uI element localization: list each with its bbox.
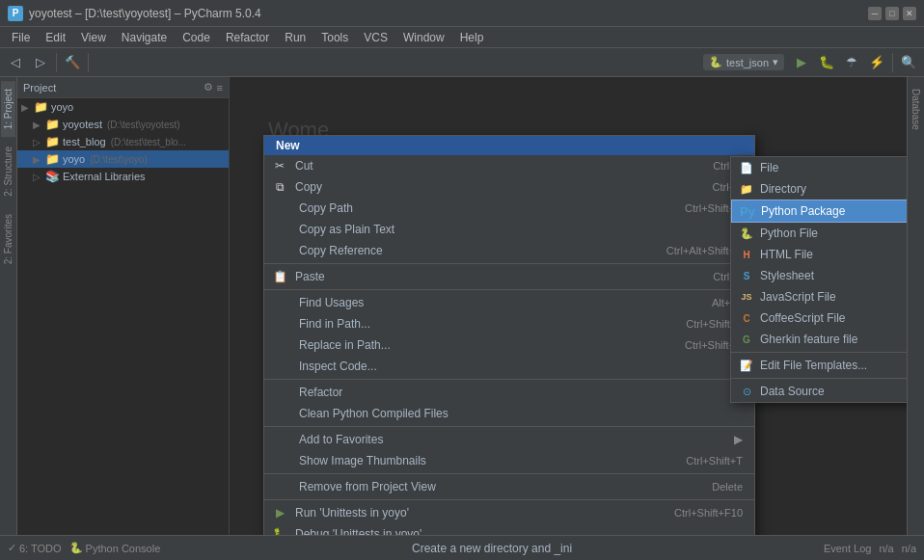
run-config-name: test_json — [726, 57, 769, 68]
debug-button[interactable]: 🐛 — [815, 51, 838, 74]
copy-icon: ⧉ — [272, 179, 287, 195]
menu-run[interactable]: Run — [277, 27, 313, 48]
ctx-clean[interactable]: Clean Python Compiled Files — [264, 403, 754, 424]
context-menu[interactable]: New ✂ Cut Ctrl+X ⧉ Copy Ctrl+C Copy Path… — [263, 135, 755, 535]
minimize-button[interactable]: ─ — [868, 7, 882, 20]
menu-vcs[interactable]: VCS — [356, 27, 395, 48]
ctx-show-thumb[interactable]: Show Image Thumbnails Ctrl+Shift+T — [264, 450, 754, 471]
ctx-add-fav[interactable]: Add to Favorites ▶ — [264, 429, 754, 450]
todo-panel[interactable]: ✓ 6: TODO — [8, 542, 62, 554]
toolbar-separator — [56, 53, 57, 72]
project-settings[interactable]: ⚙ — [204, 81, 213, 93]
new-submenu[interactable]: 📄 File 📁 Directory Py Python Package 🐍 P… — [730, 156, 907, 403]
new-directory[interactable]: 📁 Directory — [731, 178, 907, 200]
tree-item-yoyo[interactable]: ▶ 📁 yoyo — [17, 98, 229, 116]
ctx-label: Copy — [295, 180, 705, 194]
ctx-run-unit[interactable]: ▶ Run 'Unittests in yoyo' Ctrl+Shift+F10 — [264, 502, 754, 523]
coverage-button[interactable]: ☂ — [840, 51, 863, 74]
new-stylesheet[interactable]: S Stylesheet — [731, 265, 907, 286]
menu-tools[interactable]: Tools — [313, 27, 356, 48]
menu-view[interactable]: View — [73, 27, 114, 48]
ctx-find-usages[interactable]: Find Usages Alt+F7 — [264, 292, 754, 313]
build-button[interactable]: 🔨 — [61, 51, 84, 74]
toolbar-separator-2 — [88, 53, 89, 72]
python-console-panel[interactable]: 🐍 Python Console — [69, 542, 161, 554]
menu-file[interactable]: File — [4, 27, 38, 48]
edit-file-templates[interactable]: 📝 Edit File Templates... — [731, 355, 907, 376]
ctx-label: Clean Python Compiled Files — [299, 407, 743, 420]
maximize-button[interactable]: □ — [885, 7, 899, 20]
back-button[interactable]: ◁ — [4, 51, 27, 74]
na1-label: n/a — [879, 543, 893, 554]
ctx-copy-path[interactable]: Copy Path Ctrl+Shift+C — [264, 198, 754, 219]
ctx-cut[interactable]: ✂ Cut Ctrl+X — [264, 155, 754, 176]
new-python-package[interactable]: Py Python Package — [731, 200, 907, 223]
run-config-arrow: ▾ — [773, 56, 778, 68]
arrow-icon: ▷ — [33, 137, 42, 147]
menu-item-label: CoffeeScript File — [760, 311, 845, 325]
template-icon: 📝 — [739, 358, 754, 373]
sidebar-item-structure[interactable]: 2: Structure — [1, 139, 15, 204]
content-area: Wome Explorer New ✂ Cut Ctrl+X ⧉ Copy Ct… — [230, 77, 907, 535]
left-tabs: 1: Project 2: Structure 2: Favorites — [0, 77, 17, 535]
menu-item-label: Gherkin feature file — [760, 333, 857, 346]
tree-item-label: test_blog — [63, 136, 106, 147]
title-bar: P yoyotest – [D:\test\yoyotest] – PyChar… — [0, 0, 924, 27]
menu-code[interactable]: Code — [175, 27, 218, 48]
menu-navigate[interactable]: Navigate — [114, 27, 175, 48]
profile-button[interactable]: ⚡ — [865, 51, 888, 74]
debug-icon: 🐛 — [272, 526, 287, 535]
ctx-paste[interactable]: 📋 Paste Ctrl+V — [264, 266, 754, 287]
run-config-selector[interactable]: 🐍 test_json ▾ — [703, 54, 784, 70]
new-html-file[interactable]: H HTML File — [731, 244, 907, 265]
sidebar-item-project[interactable]: 1: Project — [1, 81, 15, 137]
menu-item-label: Python File — [760, 227, 818, 240]
menu-refactor[interactable]: Refactor — [218, 27, 277, 48]
ctx-remove-view[interactable]: Remove from Project View Delete — [264, 476, 754, 497]
gherkin-icon: G — [739, 332, 754, 347]
menu-window[interactable]: Window — [395, 27, 452, 48]
project-panel: Project ⚙ ≡ ▶ 📁 yoyo ▶ 📁 yoyotest (D:\te… — [17, 77, 230, 535]
menu-help[interactable]: Help — [452, 27, 492, 48]
ctx-replace-path[interactable]: Replace in Path... Ctrl+Shift+R — [264, 334, 754, 356]
ctx-debug-unit[interactable]: 🐛 Debug 'Unittests in yoyo' — [264, 523, 754, 535]
event-log[interactable]: Event Log — [824, 543, 872, 554]
new-file[interactable]: 📄 File — [731, 157, 907, 178]
ctx-label: Cut — [295, 159, 705, 173]
sidebar-item-favorites[interactable]: 2: Favorites — [1, 206, 15, 272]
new-python-file[interactable]: 🐍 Python File — [731, 223, 907, 244]
ctx-label: Refactor — [299, 386, 722, 399]
ext-lib-icon: 📚 — [45, 170, 60, 183]
ctx-label: Find Usages — [299, 296, 704, 309]
tree-item-label: yoyo — [63, 153, 85, 165]
tree-item-yoyotest[interactable]: ▶ 📁 yoyotest (D:\test\yoyotest) — [17, 116, 229, 133]
new-data-source[interactable]: ⊙ Data Source — [731, 381, 907, 402]
ctx-refactor[interactable]: Refactor ▶ — [264, 382, 754, 403]
menu-item-label: File — [760, 161, 778, 174]
new-gherkin-file[interactable]: G Gherkin feature file — [731, 329, 907, 350]
submenu-arrow: ▶ — [734, 433, 743, 446]
search-button[interactable]: 🔍 — [897, 51, 920, 74]
ctx-copy[interactable]: ⧉ Copy Ctrl+C — [264, 176, 754, 198]
ctx-inspect[interactable]: Inspect Code... — [264, 356, 754, 377]
ctx-copy-ref[interactable]: Copy Reference Ctrl+Alt+Shift+C — [264, 240, 754, 261]
datasource-icon: ⊙ — [739, 384, 754, 399]
tree-item-ext-libs[interactable]: ▷ 📚 External Libraries — [17, 168, 229, 185]
tree-item-yoyo-dir[interactable]: ▶ 📁 yoyo (D:\test\yoyo) — [17, 150, 229, 168]
menu-edit[interactable]: Edit — [38, 27, 73, 48]
ctx-shortcut: Delete — [712, 481, 743, 493]
project-collapse[interactable]: ≡ — [217, 82, 223, 93]
coffee-icon: C — [739, 310, 754, 326]
tree-item-testblog[interactable]: ▷ 📁 test_blog (D:\test\test_blo... — [17, 133, 229, 150]
ctx-label: Paste — [295, 270, 705, 283]
run-button[interactable]: ▶ — [790, 51, 813, 74]
close-button[interactable]: ✕ — [903, 7, 916, 20]
forward-button[interactable]: ▷ — [29, 51, 52, 74]
ctx-find-path[interactable]: Find in Path... Ctrl+Shift+F — [264, 313, 754, 334]
run-config-icon: 🐍 — [709, 56, 722, 68]
sidebar-item-database[interactable]: Database — [909, 81, 923, 138]
new-coffeescript-file[interactable]: C CoffeeScript File — [731, 307, 907, 329]
ctx-copy-plain[interactable]: Copy as Plain Text — [264, 219, 754, 240]
new-javascript-file[interactable]: JS JavaScript File — [731, 286, 907, 307]
folder-icon: 📁 — [45, 118, 60, 131]
